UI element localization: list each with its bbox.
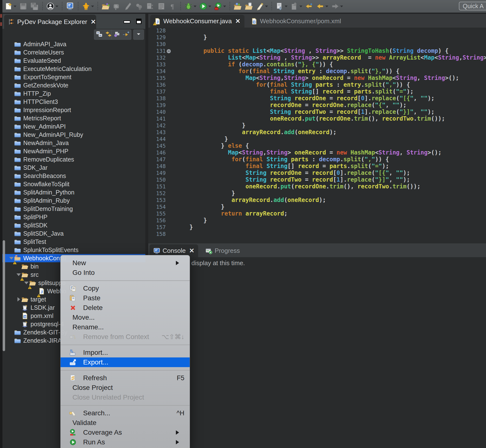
marker-pen-icon[interactable] (256, 2, 264, 11)
tree-item-executemetriccalculation[interactable]: ExecuteMetricCalculation (2, 65, 145, 73)
open-wizard-folder-icon[interactable] (101, 2, 110, 11)
menu-item-move[interactable]: Move... (61, 313, 190, 322)
menu-item-label: Close Project (73, 384, 113, 392)
menu-item-coverage-as[interactable]: Coverage As (61, 428, 190, 437)
close-icon[interactable]: ✕ (91, 18, 96, 26)
tree-item-label: SplitDemoTraining (23, 205, 73, 212)
tree-item-correlateusers[interactable]: CorrelateUsers (2, 48, 145, 56)
tree-item-snowflaketosplit[interactable]: SnowflakeToSplit (2, 180, 145, 188)
link-with-editor-icon[interactable] (105, 31, 112, 39)
tree-item-new-adminapi-ruby[interactable]: New_AdminAPI_Ruby (2, 130, 145, 139)
external-tools-icon[interactable] (214, 2, 222, 11)
context-menu: NewGo IntoCopyPasteDeleteMove...Rename..… (60, 255, 190, 448)
console-tab-progress[interactable]: Progress (202, 244, 244, 257)
tree-item-splitsdk[interactable]: SplitSDK (2, 221, 145, 229)
tree-item-splitdemotraining[interactable]: SplitDemoTraining (2, 205, 145, 213)
tree-item-newadmin-php[interactable]: NewAdmin_PHP (2, 147, 145, 155)
menu-item-search[interactable]: Search...^H (61, 408, 190, 418)
tree-item-new-adminapi[interactable]: New_AdminAPI (2, 122, 145, 130)
open-folder-balls-icon[interactable] (233, 2, 242, 11)
doc-down-icon[interactable] (275, 2, 284, 11)
folder-closed-icon (14, 107, 21, 113)
new-wizard-icon[interactable] (4, 2, 13, 11)
tree-item-splitadmin-python[interactable]: SplitAdmin_Python (2, 188, 145, 196)
folder-closed-icon (14, 82, 21, 89)
view-menu-icon[interactable] (135, 31, 142, 39)
collapse-all-icon[interactable] (96, 31, 103, 39)
pydev-orange-icon[interactable] (82, 2, 90, 11)
minimize-view-button[interactable] (123, 21, 130, 23)
package-presentation-icon[interactable] (113, 31, 121, 39)
menu-item-paste[interactable]: Paste (61, 293, 190, 303)
folder-closed-icon (14, 74, 21, 81)
chevron-down-icon[interactable] (340, 6, 343, 7)
editor-tab-webhookconsumer-pom-xml[interactable]: MWebhookConsumer/pom.xml (247, 15, 345, 28)
tree-item-splittest[interactable]: SplitTest (2, 238, 145, 246)
tree-item-searchbeacons[interactable]: SearchBeacons (2, 172, 145, 180)
tree-item-getzendeskvote[interactable]: GetZendeskVote (2, 81, 145, 89)
menu-item-run-as[interactable]: Run As (61, 437, 190, 447)
chevron-down-icon[interactable] (300, 6, 302, 7)
chevron-down-icon[interactable] (265, 6, 268, 7)
maximize-view-button[interactable] (136, 19, 141, 24)
run-play-icon[interactable] (199, 2, 208, 11)
svg-text:¶: ¶ (170, 3, 174, 10)
chevron-down-icon[interactable] (208, 6, 211, 7)
tree-item-splunktosplitevents[interactable]: SplunkToSplitEvents (2, 246, 145, 254)
tree-item-splitadmin-ruby[interactable]: SplitAdmin_Ruby (2, 196, 145, 205)
menu-item-rename[interactable]: Rename... (61, 322, 190, 332)
tree-item-impressionreport[interactable]: ImpressionReport (2, 106, 145, 114)
tree-item-adminapi-java[interactable]: AdminAPI_Java (2, 40, 145, 48)
menu-item-export[interactable]: Export... (61, 357, 190, 367)
tree-item-exporttosegment[interactable]: ExportToSegment (2, 73, 145, 81)
menu-item-label: Remove from Context (83, 333, 149, 341)
user-profile-icon[interactable] (46, 2, 55, 11)
tree-item-http-zip[interactable]: HTTP_Zip (2, 89, 145, 98)
warning-badge-icon (153, 22, 157, 25)
code-area[interactable]: 128129 }130131− public static List<Map<S… (148, 27, 486, 237)
code-line-157: 157} (148, 224, 486, 231)
menu-item-validate[interactable]: Validate (61, 418, 190, 428)
tree-item-splitsdk-java[interactable]: SplitSDK_Java (2, 229, 145, 238)
chevron-down-icon[interactable] (194, 6, 196, 7)
console-view-icon[interactable] (66, 2, 74, 11)
back-arrow-icon[interactable] (316, 2, 325, 11)
chevron-down-icon[interactable] (56, 6, 58, 7)
menu-item-close-project[interactable]: Close Project (61, 383, 190, 392)
tree-item-metricsreport[interactable]: MetricsReport (2, 114, 145, 122)
explorer-scrollbar[interactable] (3, 240, 5, 351)
tree-item-newadmin-java[interactable]: NewAdmin_Java (2, 139, 145, 147)
close-icon[interactable]: ✕ (189, 247, 194, 255)
refresh-icon (69, 374, 77, 382)
menu-item-refresh[interactable]: RefreshF5 (61, 373, 190, 383)
editor-tab-webhookconsumer-java[interactable]: JWebhookConsumer.java✕ (150, 15, 244, 28)
chevron-down-icon[interactable] (325, 6, 328, 7)
menu-item-copy[interactable]: Copy (61, 284, 190, 293)
quick-access-box[interactable]: Quick A (459, 2, 486, 10)
tree-item-httpclient3[interactable]: HTTPClient3 (2, 98, 145, 106)
editor-tabbar: JWebhookConsumer.java✕MWebhookConsumer/p… (148, 14, 486, 28)
close-icon[interactable]: ✕ (235, 17, 241, 25)
tree-item-splitphp[interactable]: SplitPHP (2, 213, 145, 221)
doc-switch-icon (146, 2, 154, 11)
chevron-down-icon[interactable] (223, 6, 226, 7)
tree-item-removeduplicates[interactable]: RemoveDuplicates (2, 155, 145, 163)
menu-item-go-into[interactable]: Go Into (61, 268, 190, 278)
back-annotation-icon[interactable] (305, 2, 314, 11)
go-into-icon[interactable] (122, 31, 130, 39)
code-line-143: 143 arrayRecord.add(oneRecord); (148, 129, 486, 136)
menu-item-delete[interactable]: Delete (61, 303, 190, 313)
chevron-down-icon[interactable] (285, 6, 288, 7)
tab-pydev-package-explorer[interactable]: PyDev Package Explorer ✕ (4, 15, 96, 29)
menu-item-new[interactable]: New (61, 258, 190, 268)
tree-item-sdk-jar[interactable]: SDK_Jar (2, 163, 145, 172)
open-folder-clip-icon[interactable] (244, 2, 253, 11)
chevron-down-icon[interactable] (14, 6, 16, 7)
menu-item-import[interactable]: Import... (61, 348, 190, 357)
debug-bug-icon[interactable] (184, 2, 193, 11)
left-edge-strip (0, 0, 2, 448)
chevron-down-icon[interactable] (91, 6, 94, 7)
fold-marker-icon[interactable]: − (167, 49, 171, 53)
tree-item-evaluateseed[interactable]: EvaluateSeed (2, 56, 145, 65)
expand-closed-icon[interactable] (16, 297, 21, 302)
